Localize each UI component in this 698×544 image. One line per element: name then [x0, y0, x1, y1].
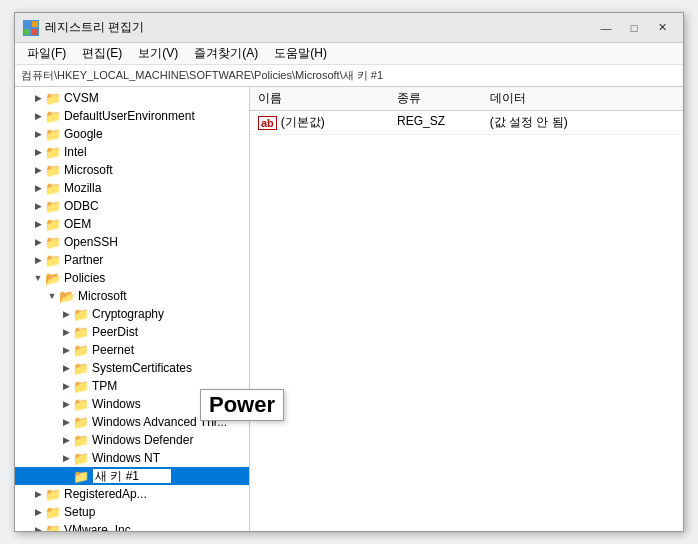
tree-label-cvsm: CVSM	[64, 91, 99, 105]
expander-systemcerts[interactable]: ▶	[59, 359, 73, 377]
expander-registeredapp[interactable]: ▶	[31, 485, 45, 503]
menu-bar: 파일(F) 편집(E) 보기(V) 즐겨찾기(A) 도움말(H)	[15, 43, 683, 65]
expander-policies-microsoft[interactable]: ▼	[45, 287, 59, 305]
folder-icon-windows: 📁	[73, 397, 89, 411]
tree-label-openssh: OpenSSH	[64, 235, 118, 249]
tree-label-peernet: Peernet	[92, 343, 134, 357]
tree-item-odbc[interactable]: ▶ 📁 ODBC	[15, 197, 249, 215]
tree-label-windows: Windows	[92, 397, 141, 411]
folder-icon-cryptography: 📁	[73, 307, 89, 321]
detail-row-default[interactable]: ab (기본값) REG_SZ (값 설정 안 됨)	[250, 111, 683, 135]
expander-windowsnt[interactable]: ▶	[59, 449, 73, 467]
expander-mozilla[interactable]: ▶	[31, 179, 45, 197]
folder-icon-peernet: 📁	[73, 343, 89, 357]
expander-partner[interactable]: ▶	[31, 251, 45, 269]
main-area: ▶ 📁 CVSM ▶ 📁 DefaultUserEnvironment ▶ 📁 …	[15, 87, 683, 531]
tree-label-cryptography: Cryptography	[92, 307, 164, 321]
tree-panel[interactable]: ▶ 📁 CVSM ▶ 📁 DefaultUserEnvironment ▶ 📁 …	[15, 87, 250, 531]
expander-peernet[interactable]: ▶	[59, 341, 73, 359]
expander-google[interactable]: ▶	[31, 125, 45, 143]
tree-item-cvsm[interactable]: ▶ 📁 CVSM	[15, 89, 249, 107]
tree-item-peernet[interactable]: ▶ 📁 Peernet	[15, 341, 249, 359]
tree-item-setup[interactable]: ▶ 📁 Setup	[15, 503, 249, 521]
tree-item-defaultuserenv[interactable]: ▶ 📁 DefaultUserEnvironment	[15, 107, 249, 125]
svg-rect-0	[24, 21, 30, 27]
menu-favorites[interactable]: 즐겨찾기(A)	[186, 43, 266, 64]
tree-item-mozilla[interactable]: ▶ 📁 Mozilla	[15, 179, 249, 197]
detail-name-default: ab (기본값)	[258, 114, 397, 131]
tree-item-systemcerts[interactable]: ▶ 📁 SystemCertificates	[15, 359, 249, 377]
tree-item-openssh[interactable]: ▶ 📁 OpenSSH	[15, 233, 249, 251]
tree-label-defaultuserenv: DefaultUserEnvironment	[64, 109, 195, 123]
folder-icon-newkey1: 📁	[73, 469, 89, 483]
expander-windowsdefender[interactable]: ▶	[59, 431, 73, 449]
folder-icon-mozilla: 📁	[45, 181, 61, 195]
maximize-button[interactable]: □	[621, 18, 647, 38]
tree-item-policies[interactable]: ▼ 📂 Policies	[15, 269, 249, 287]
tree-label-oem: OEM	[64, 217, 91, 231]
tree-item-registeredapp[interactable]: ▶ 📁 RegisteredAp...	[15, 485, 249, 503]
menu-edit[interactable]: 편집(E)	[74, 43, 130, 64]
folder-icon-tpm: 📁	[73, 379, 89, 393]
tree-label-setup: Setup	[64, 505, 95, 519]
tree-item-intel[interactable]: ▶ 📁 Intel	[15, 143, 249, 161]
tree-item-windowsnt[interactable]: ▶ 📁 Windows NT	[15, 449, 249, 467]
expander-windows[interactable]: ▶	[59, 395, 73, 413]
registry-editor-window: 레지스트리 편집기 — □ ✕ 파일(F) 편집(E) 보기(V) 즐겨찾기(A…	[14, 12, 684, 532]
window-title: 레지스트리 편집기	[45, 19, 593, 36]
tree-item-oem[interactable]: ▶ 📁 OEM	[15, 215, 249, 233]
tree-label-vmware: VMware, Inc.	[64, 523, 134, 531]
expander-openssh[interactable]: ▶	[31, 233, 45, 251]
title-bar: 레지스트리 편집기 — □ ✕	[15, 13, 683, 43]
folder-icon-intel: 📁	[45, 145, 61, 159]
expander-cvsm[interactable]: ▶	[31, 89, 45, 107]
expander-odbc[interactable]: ▶	[31, 197, 45, 215]
col-data: 데이터	[490, 90, 675, 107]
tree-item-google[interactable]: ▶ 📁 Google	[15, 125, 249, 143]
expander-oem[interactable]: ▶	[31, 215, 45, 233]
menu-help[interactable]: 도움말(H)	[266, 43, 335, 64]
folder-icon-microsoft: 📁	[45, 163, 61, 177]
folder-icon-openssh: 📁	[45, 235, 61, 249]
tree-item-microsoft[interactable]: ▶ 📁 Microsoft	[15, 161, 249, 179]
expander-policies[interactable]: ▼	[31, 269, 45, 287]
expander-microsoft[interactable]: ▶	[31, 161, 45, 179]
close-button[interactable]: ✕	[649, 18, 675, 38]
expander-windowsadvanced[interactable]: ▶	[59, 413, 73, 431]
tree-label-peerdist: PeerDist	[92, 325, 138, 339]
tree-label-policies-microsoft: Microsoft	[78, 289, 127, 303]
expander-setup[interactable]: ▶	[31, 503, 45, 521]
folder-icon-partner: 📁	[45, 253, 61, 267]
minimize-button[interactable]: —	[593, 18, 619, 38]
tree-item-windowsdefender[interactable]: ▶ 📁 Windows Defender	[15, 431, 249, 449]
folder-icon-defaultuserenv: 📁	[45, 109, 61, 123]
expander-peerdist[interactable]: ▶	[59, 323, 73, 341]
tree-item-newkey1[interactable]: 📁	[15, 467, 249, 485]
expander-defaultuserenv[interactable]: ▶	[31, 107, 45, 125]
tree-label-microsoft: Microsoft	[64, 163, 113, 177]
detail-header: 이름 종류 데이터	[250, 87, 683, 111]
svg-rect-2	[24, 29, 30, 35]
folder-icon-windowsnt: 📁	[73, 451, 89, 465]
expander-tpm[interactable]: ▶	[59, 377, 73, 395]
tree-label-mozilla: Mozilla	[64, 181, 101, 195]
expander-newkey1	[59, 467, 73, 485]
address-bar: 컴퓨터\HKEY_LOCAL_MACHINE\SOFTWARE\Policies…	[15, 65, 683, 87]
tree-item-partner[interactable]: ▶ 📁 Partner	[15, 251, 249, 269]
folder-icon-oem: 📁	[45, 217, 61, 231]
menu-view[interactable]: 보기(V)	[130, 43, 186, 64]
menu-file[interactable]: 파일(F)	[19, 43, 74, 64]
tree-item-cryptography[interactable]: ▶ 📁 Cryptography	[15, 305, 249, 323]
tree-item-vmware[interactable]: ▶ 📁 VMware, Inc.	[15, 521, 249, 531]
tree-label-policies: Policies	[64, 271, 105, 285]
expander-vmware[interactable]: ▶	[31, 521, 45, 531]
folder-icon-google: 📁	[45, 127, 61, 141]
folder-icon-peerdist: 📁	[73, 325, 89, 339]
tree-item-peerdist[interactable]: ▶ 📁 PeerDist	[15, 323, 249, 341]
address-text: 컴퓨터\HKEY_LOCAL_MACHINE\SOFTWARE\Policies…	[21, 68, 383, 83]
tree-label-intel: Intel	[64, 145, 87, 159]
expander-cryptography[interactable]: ▶	[59, 305, 73, 323]
expander-intel[interactable]: ▶	[31, 143, 45, 161]
rename-input-newkey1[interactable]	[92, 468, 172, 484]
tree-item-policies-microsoft[interactable]: ▼ 📂 Microsoft	[15, 287, 249, 305]
